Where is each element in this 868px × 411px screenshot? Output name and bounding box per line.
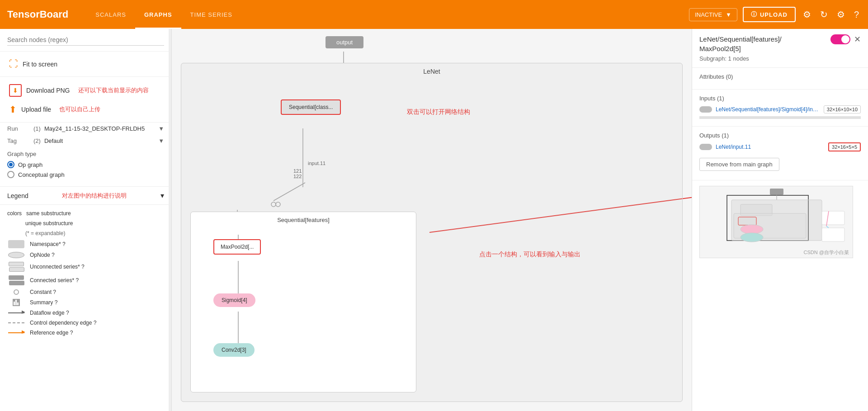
namespace-icon [8,240,24,248]
output-node-label: output [326,36,363,48]
search-section [0,29,171,52]
main-layout: ⛶ Fit to screen ⬇ Download PNG 还可以下载当前显示… [0,29,868,411]
tag-label: Tag [7,137,30,144]
op-graph-radio[interactable]: Op graph [7,161,164,168]
legend-chevron-icon: ▾ [160,191,164,200]
input-numbers: 121122 [293,168,302,179]
legend-unique-sub: unique substructure [25,220,73,227]
toggle-button[interactable] [830,34,850,44]
upload-file-icon: ⬆ [9,104,17,115]
download-png-button[interactable]: ⬇ Download PNG 还可以下载当前显示的内容 [7,80,164,100]
legend-expandable: (* = expandable) [25,230,65,236]
sigmoid-node[interactable]: Sigmoid[4] [213,293,255,307]
output-node-link[interactable]: LeNet/input.11 [716,144,825,150]
input-node-oval [699,106,712,113]
legend-summary: Summary ? [30,299,57,306]
legend-namespace: Namespace* ? [30,241,66,247]
right-panel: LeNet/Sequential[features]/MaxPool2d[5] … [692,29,868,411]
run-dropdown-icon[interactable]: ▼ [158,125,164,132]
legend-connected: Connected series* ? [30,277,79,283]
upload-annotation: 也可以自己上传 [59,105,100,113]
legend-constant: Constant ? [30,289,56,295]
fit-to-screen-button[interactable]: ⛶ Fit to screen [7,55,164,73]
unconnected-series-icon [9,262,24,266]
nav-time-series[interactable]: TIME SERIES [181,0,241,29]
svg-point-21 [741,225,763,234]
legend-content: colors same substructure unique substruc… [0,205,171,345]
input-scroll[interactable] [699,116,861,119]
sequential-class-node[interactable]: Sequential[class... [281,99,341,115]
op-graph-radio-dot [7,161,14,168]
outputs-section: Outputs (1) LeNet/input.11 32×16×5×5 Rem… [692,127,868,180]
legend-same-sub: same substructure [26,210,71,217]
fit-to-screen-label: Fit to screen [23,61,57,68]
status-select[interactable]: INACTIVE ▼ [689,8,737,21]
minimap-svg [700,186,853,258]
csdn-watermark: CSDN @自学小白菜 [804,249,849,256]
tag-dropdown-icon[interactable]: ▼ [158,137,164,144]
help-icon[interactable]: ? [852,8,861,22]
constant-icon [14,289,19,295]
tag-value: Default [44,137,155,144]
download-annotation: 还可以下载当前显示的内容 [78,86,149,94]
right-panel-header: LeNet/Sequential[features]/MaxPool2d[5] … [692,29,868,68]
graph-type-section: Graph type Op graph Conceptual graph [0,147,171,187]
legend-subtitle: 对左图中的结构进行说明 [62,192,127,200]
graph-type-title: Graph type [7,151,164,157]
input-dim-badge: 32×16×10×10 [824,105,861,113]
main-nav: SCALARS GRAPHS TIME SERIES [86,0,241,29]
upload-file-label: Upload file [21,106,51,113]
legend-unconnected: Unconnected series* ? [30,264,85,270]
right-panel-title: LeNet/Sequential[features]/MaxPool2d[5] [699,34,782,53]
legend-title: Legend [7,192,28,199]
opnode-icon [8,252,24,258]
upload-file-button[interactable]: ⬆ Upload file 也可以自己上传 [7,100,164,118]
output-node[interactable]: output [326,36,363,48]
lenet-container[interactable]: LeNet Sequential[class... input.11 12112… [181,63,683,402]
legend-reference: Reference edge ? [30,330,73,336]
nav-scalars[interactable]: SCALARS [86,0,135,29]
graph-area[interactable]: output LeNet Sequential[class... input.1… [172,29,692,411]
download-section: ⬇ Download PNG 还可以下载当前显示的内容 ⬆ Upload fil… [0,77,171,123]
tag-count: (2) [33,137,41,144]
legend-control: Control dependency edge ? [30,320,96,326]
sidebar-scrollbar[interactable] [169,29,171,411]
reference-edge-icon [8,332,24,333]
seq-features-container[interactable]: Sequential[features] MaxPool2d[... Sigmo… [190,212,416,392]
fit-to-screen-section: ⛶ Fit to screen [0,52,171,77]
input-row: LeNet/Sequential[features]/Sigmoid[4]/in… [699,105,861,113]
inputs-section: Inputs (1) LeNet/Sequential[features]/Si… [692,90,868,127]
svg-point-22 [741,233,763,242]
header: TensorBoard SCALARS GRAPHS TIME SERIES I… [0,0,868,29]
run-value: May24_11-15-32_DESKTOP-FRLDH5 [44,125,155,132]
lenet-label: LeNet [423,68,440,75]
output-row: LeNet/input.11 32×16×5×5 [699,142,861,151]
dataflow-edge-icon [8,312,24,313]
maxpool-node[interactable]: MaxPool2d[... [213,239,261,255]
input-node-link[interactable]: LeNet/Sequential[features]/Sigmoid[4]/in… [716,106,820,113]
remove-from-graph-button[interactable]: Remove from main graph [699,158,779,171]
legend-dataflow: Dataflow edge ? [30,310,69,316]
settings2-icon[interactable]: ⚙ [835,7,847,22]
control-dep-icon [8,322,24,323]
op-graph-label: Op graph [18,161,42,168]
legend-colors-label: colors [7,210,22,217]
minimap: CSDN @自学小白菜 [699,186,853,258]
close-icon[interactable]: ✕ [854,34,861,44]
search-input[interactable] [7,34,164,46]
output-node-oval [699,144,712,150]
seq-features-label: Sequential[features] [277,217,330,223]
conceptual-graph-radio[interactable]: Conceptual graph [7,171,164,178]
output-dim-badge: 32×16×5×5 [828,142,861,151]
conceptual-graph-radio-dot [7,171,14,178]
legend-header[interactable]: Legend 对左图中的结构进行说明 ▾ [0,187,171,205]
refresh-icon[interactable]: ↻ [818,7,830,22]
nav-graphs[interactable]: GRAPHS [135,0,181,29]
upload-button[interactable]: ⓘ UPLOAD [743,7,796,22]
conv2d-node[interactable]: Conv2d[3] [213,343,255,357]
summary-icon [13,299,20,306]
svg-rect-25 [822,228,844,241]
settings-icon[interactable]: ⚙ [801,7,813,22]
conceptual-graph-label: Conceptual graph [18,171,65,178]
attributes-section: Attributes (0) [692,68,868,90]
